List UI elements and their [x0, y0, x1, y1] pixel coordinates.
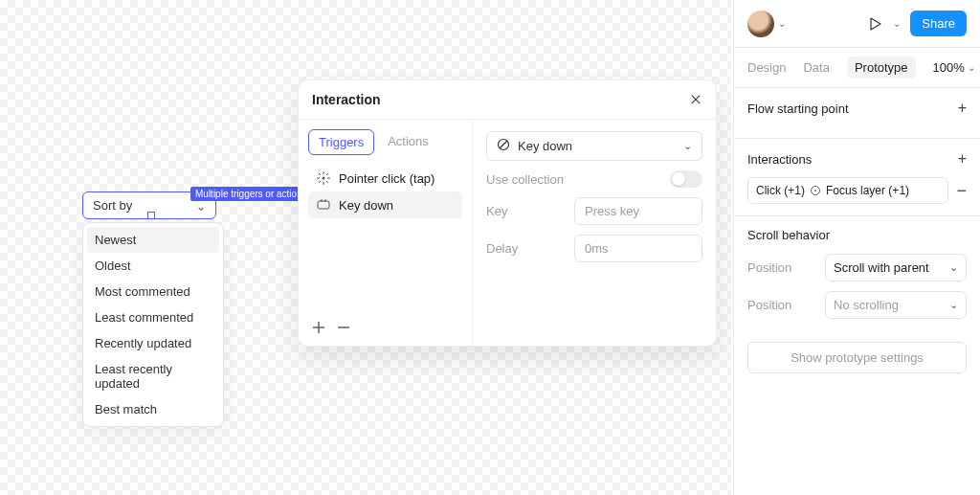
remove-trigger-icon[interactable]: [337, 321, 350, 334]
add-trigger-icon[interactable]: [312, 321, 325, 334]
interaction-pill[interactable]: Click (+1) Focus layer (+1): [747, 177, 948, 204]
add-interaction-icon[interactable]: +: [958, 150, 967, 168]
delay-label: Delay: [486, 241, 565, 256]
canvas[interactable]: Sort by ⌃ Multiple triggers or actions N…: [0, 0, 731, 495]
right-sidebar: ⌄ ⌄ Share Design Data Prototype 100% ⌄ F…: [733, 0, 980, 495]
svg-point-0: [323, 177, 325, 180]
no-symbol-icon: [497, 138, 510, 154]
tab-prototype[interactable]: Prototype: [847, 56, 916, 79]
chevron-down-icon[interactable]: ⌄: [893, 18, 901, 29]
flow-starting-point-label: Flow starting point: [747, 101, 849, 116]
list-item[interactable]: Least recently updated: [87, 356, 219, 396]
trigger-type-select[interactable]: Key down ⌄: [486, 131, 702, 161]
list-item[interactable]: Least commented: [87, 304, 219, 330]
key-input[interactable]: Press key: [574, 197, 702, 225]
key-press-icon: [316, 197, 331, 213]
chevron-down-icon: ⌄: [778, 18, 786, 29]
hint-badge: Multiple triggers or actions: [190, 187, 312, 201]
tab-triggers[interactable]: Triggers: [308, 129, 374, 155]
user-menu[interactable]: ⌄: [747, 11, 786, 37]
play-icon[interactable]: [868, 16, 883, 32]
position-label: Position: [747, 298, 791, 312]
tab-data[interactable]: Data: [803, 60, 829, 75]
svg-marker-17: [871, 18, 880, 30]
chevron-down-icon: ⌄: [949, 261, 958, 274]
tab-actions[interactable]: Actions: [378, 129, 438, 155]
close-icon[interactable]: [689, 93, 702, 106]
list-item[interactable]: Best match: [87, 396, 219, 422]
list-item[interactable]: Oldest: [87, 253, 219, 279]
zoom-control[interactable]: 100% ⌄: [933, 60, 975, 75]
key-label: Key: [486, 204, 565, 218]
scroll-position-select-1[interactable]: Scroll with parent ⌄: [825, 254, 967, 281]
svg-rect-9: [318, 201, 329, 209]
selection-handle[interactable]: [148, 213, 154, 218]
list-item[interactable]: Newest: [87, 227, 219, 253]
scroll-position-select-2[interactable]: No scrolling ⌄: [825, 291, 967, 319]
svg-line-16: [500, 141, 507, 148]
show-prototype-settings-button[interactable]: Show prototype settings: [747, 342, 967, 373]
sortby-label: Sort by: [93, 198, 132, 213]
interaction-panel: Interaction Triggers Actions Pointer cli…: [298, 79, 717, 347]
list-item[interactable]: Recently updated: [87, 330, 219, 356]
trigger-item[interactable]: Pointer click (tap): [308, 165, 462, 191]
add-flow-icon[interactable]: +: [958, 100, 967, 117]
use-collection-toggle[interactable]: [670, 170, 702, 188]
svg-line-6: [326, 181, 328, 183]
svg-line-7: [326, 173, 328, 175]
sortby-dropdown: Newest Oldest Most commented Least comme…: [82, 222, 224, 427]
trigger-label: Key down: [339, 198, 393, 213]
delay-input[interactable]: 0ms: [574, 235, 702, 262]
panel-title: Interaction: [312, 92, 381, 107]
chevron-down-icon: ⌄: [683, 140, 692, 152]
target-icon: [811, 186, 820, 195]
position-label: Position: [747, 260, 791, 275]
svg-line-8: [319, 181, 321, 183]
share-button[interactable]: Share: [910, 11, 967, 36]
scroll-behavior-label: Scroll behavior: [747, 228, 830, 242]
svg-line-5: [319, 173, 321, 175]
chevron-down-icon: ⌄: [968, 62, 975, 73]
triggers-column: Triggers Actions Pointer click (tap) Key…: [299, 120, 473, 346]
interactions-label: Interactions: [747, 152, 812, 167]
trigger-type-value: Key down: [518, 139, 572, 153]
list-item[interactable]: Most commented: [87, 279, 219, 304]
tab-design[interactable]: Design: [747, 60, 786, 75]
trigger-item[interactable]: Key down: [308, 191, 462, 218]
chevron-down-icon: ⌄: [949, 299, 958, 311]
trigger-label: Pointer click (tap): [339, 171, 434, 186]
avatar: [747, 11, 774, 37]
pointer-click-icon: [316, 170, 331, 186]
trigger-form: Key down ⌄ Use collection Key Press key …: [473, 120, 716, 346]
use-collection-label: Use collection: [486, 172, 564, 187]
